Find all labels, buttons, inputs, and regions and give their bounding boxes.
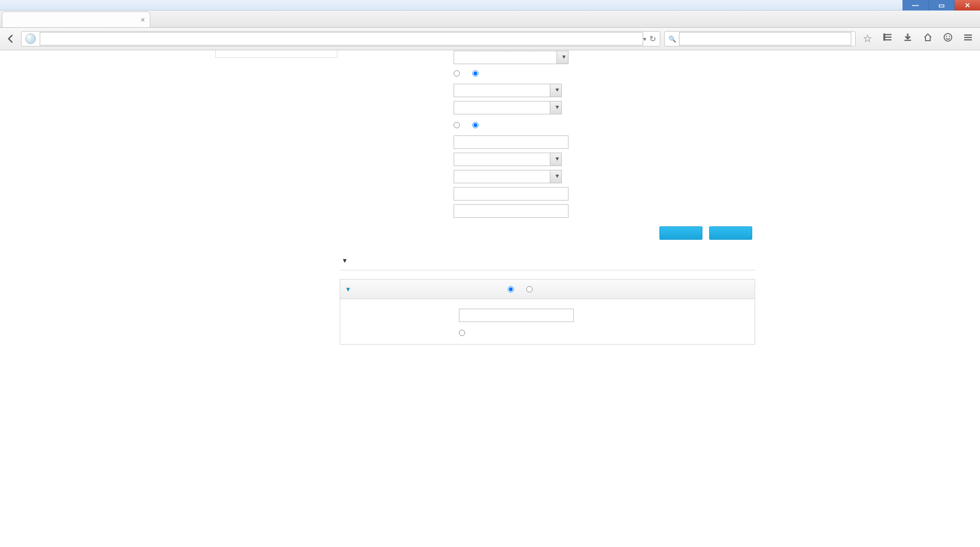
apply-button[interactable] bbox=[659, 226, 702, 240]
svg-rect-10 bbox=[964, 39, 972, 41]
window-maximize-button[interactable]: ▭ bbox=[928, 0, 954, 11]
window-minimize-button[interactable]: — bbox=[902, 0, 928, 11]
home-icon[interactable] bbox=[920, 33, 936, 45]
window-close-button[interactable]: ✕ bbox=[954, 0, 980, 11]
ssid-isolation-off-radio[interactable] bbox=[472, 70, 479, 77]
ssid1-on-radio[interactable] bbox=[508, 286, 514, 292]
page-viewport: ▼ ▼ bbox=[0, 50, 980, 522]
ssid-isolation-on-radio[interactable] bbox=[454, 70, 460, 77]
sidebar-fragment bbox=[215, 50, 337, 58]
svg-rect-4 bbox=[904, 40, 911, 41]
browser-tab[interactable]: × bbox=[2, 11, 150, 27]
url-input[interactable] bbox=[40, 32, 643, 45]
svg-rect-8 bbox=[964, 34, 972, 36]
reload-icon[interactable]: ↻ bbox=[649, 34, 656, 44]
search-input[interactable] bbox=[679, 32, 851, 45]
window-titlebar: — ▭ ✕ bbox=[0, 0, 980, 11]
sgi-off-radio[interactable] bbox=[472, 122, 479, 128]
beacon-input[interactable] bbox=[454, 135, 568, 149]
back-button[interactable] bbox=[4, 32, 17, 45]
caret-down-icon: ▼ bbox=[345, 286, 351, 293]
svg-point-6 bbox=[946, 36, 947, 37]
dropdown-icon[interactable]: ▾ bbox=[643, 35, 646, 43]
svg-rect-3 bbox=[883, 33, 885, 41]
sgi-on-radio[interactable] bbox=[454, 122, 460, 128]
rts-input[interactable] bbox=[454, 187, 568, 201]
bandwidth-select[interactable] bbox=[454, 101, 562, 114]
search-bar[interactable]: 🔍 bbox=[664, 31, 856, 46]
mode-select[interactable] bbox=[454, 51, 568, 64]
caret-down-icon: ▼ bbox=[342, 257, 348, 264]
url-bar[interactable]: ▾ ↻ bbox=[21, 31, 660, 46]
tab-close-icon[interactable]: × bbox=[141, 16, 145, 24]
menu-icon[interactable] bbox=[960, 33, 976, 45]
svg-rect-9 bbox=[964, 37, 972, 38]
browser-toolbar: ▾ ↻ 🔍 ☆ bbox=[0, 28, 980, 50]
qos-select[interactable] bbox=[454, 170, 562, 183]
ssid-name-input[interactable] bbox=[459, 309, 574, 322]
downloads-icon[interactable] bbox=[900, 33, 916, 45]
ssid-hide-yes-radio[interactable] bbox=[459, 330, 465, 336]
ssid1-body bbox=[340, 299, 755, 344]
wlan-ssid-section-header[interactable]: ▼ bbox=[340, 248, 755, 270]
browser-tabstrip: × bbox=[0, 11, 980, 28]
cancel-button[interactable] bbox=[709, 226, 752, 240]
search-icon: 🔍 bbox=[668, 35, 676, 43]
smiley-icon[interactable] bbox=[940, 33, 956, 45]
txpower-select[interactable] bbox=[454, 153, 562, 166]
svg-point-7 bbox=[949, 36, 950, 37]
dtim-input[interactable] bbox=[454, 204, 568, 218]
bookmarks-list-icon[interactable] bbox=[880, 33, 896, 45]
ssid1-off-radio[interactable] bbox=[526, 286, 533, 292]
svg-point-5 bbox=[944, 33, 952, 41]
site-identity-icon[interactable] bbox=[25, 33, 36, 44]
ssid1-header-row[interactable]: ▼ bbox=[340, 279, 755, 299]
country-select[interactable] bbox=[454, 84, 562, 97]
bookmark-star-icon[interactable]: ☆ bbox=[859, 33, 876, 45]
